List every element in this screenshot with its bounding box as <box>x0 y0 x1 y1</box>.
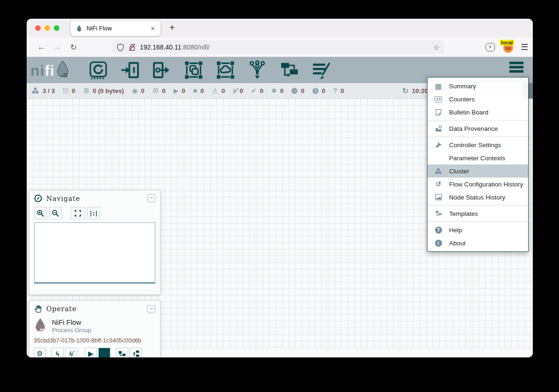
history-icon: ↺ <box>433 180 443 188</box>
menu-item-summary[interactable]: ▦ Summary <box>428 79 528 93</box>
start-button[interactable]: ▶ <box>85 348 97 357</box>
menu-item-bulletin-board[interactable]: Bulletin Board <box>428 106 528 119</box>
browser-menu-icon[interactable]: ☰ <box>521 42 528 52</box>
process-group-icon[interactable] <box>183 60 204 80</box>
profile-button[interactable]: local <box>502 41 515 53</box>
selected-component-name: NiFi Flow <box>52 318 91 326</box>
upload-template-icon <box>132 350 139 357</box>
navigate-panel: Navigate − <box>29 190 160 295</box>
up-to-date-icon: ✔ <box>251 87 257 94</box>
actual-size-icon: |:| <box>90 210 98 217</box>
menu-item-parameter-contexts[interactable]: Parameter Contexts <box>428 151 528 164</box>
forward-icon[interactable]: → <box>54 43 62 52</box>
insecure-lock-icon[interactable] <box>128 43 136 51</box>
bookmark-star-icon[interactable]: ☆ <box>433 43 440 52</box>
zoom-in-button[interactable] <box>34 207 47 219</box>
menu-item-controller-settings[interactable]: Controller Settings <box>428 138 528 151</box>
url-text[interactable]: 192.168.40.11:8080/nifi/ <box>140 43 433 51</box>
running-status: ▶ 0 <box>174 87 185 94</box>
invalid-status: ⚠ 0 <box>212 87 225 94</box>
url-path: :8080/nifi/ <box>181 43 210 51</box>
threads-icon <box>63 88 68 93</box>
locally-modified-count: 0 <box>280 87 284 94</box>
crossed-lightning-icon: ϟ <box>69 350 73 358</box>
output-port-icon[interactable] <box>151 60 173 80</box>
stopped-status: ■ 0 <box>193 87 204 94</box>
operate-title: Operate <box>46 305 147 313</box>
menu-item-help[interactable]: ? Help <box>428 223 528 236</box>
minimize-window-button[interactable] <box>44 25 50 31</box>
browser-titlebar: NiFi Flow × + <box>27 19 533 37</box>
up-to-date-count: 0 <box>260 87 264 94</box>
browser-window: NiFi Flow × + ← → ↻ 192.168.40.11:8080/n… <box>27 19 533 357</box>
url-host: 192.168.40.11 <box>140 43 181 51</box>
operate-collapse-button[interactable]: − <box>147 305 155 313</box>
logo-text-fi: fi <box>44 62 55 79</box>
not-transmitting-icon: ⊘ <box>152 87 159 94</box>
maximize-window-button[interactable] <box>54 25 59 31</box>
queued-status: ≣ 0 (0 bytes) <box>83 87 124 94</box>
new-tab-button[interactable]: + <box>169 22 175 33</box>
not-transmitting-count: 0 <box>162 87 166 94</box>
queued-count: 0 (0 bytes) <box>93 87 124 94</box>
disable-button[interactable]: ϟ <box>65 348 77 357</box>
menu-separator <box>428 136 528 137</box>
input-port-icon[interactable] <box>119 60 141 80</box>
counters-icon: 23 <box>435 96 442 102</box>
label-icon[interactable] <box>310 60 332 80</box>
menu-item-data-provenance[interactable]: Data Provenance <box>428 122 528 135</box>
birdseye-minimap[interactable] <box>34 222 155 284</box>
close-window-button[interactable] <box>35 25 41 31</box>
zoom-out-button[interactable] <box>49 207 62 219</box>
process-group-drop-icon <box>34 317 46 334</box>
info-icon: i <box>435 240 442 247</box>
navigate-collapse-button[interactable]: − <box>147 194 155 202</box>
cubes-icon <box>435 168 442 175</box>
nifi-global-menu-button[interactable] <box>509 62 523 74</box>
tab-close-icon[interactable]: × <box>150 24 156 32</box>
configuration-button[interactable]: ⚙ <box>34 348 46 357</box>
reload-icon[interactable]: ↻ <box>70 43 77 52</box>
menu-item-counters[interactable]: 23 Counters <box>428 93 528 106</box>
hand-icon <box>34 305 42 313</box>
menu-item-templates[interactable]: Templates <box>428 207 528 220</box>
url-bar[interactable]: 192.168.40.11:8080/nifi/ ☆ <box>112 40 444 54</box>
running-count: 0 <box>181 87 185 94</box>
save-template-button[interactable] <box>116 348 128 357</box>
provenance-icon <box>435 125 442 132</box>
enable-button[interactable]: ϟ <box>51 348 64 357</box>
menu-item-cluster[interactable]: Cluster <box>428 164 528 178</box>
not-transmitting-status: ⊘ 0 <box>152 87 166 94</box>
menu-item-about[interactable]: i About <box>428 236 528 249</box>
fit-to-screen-button[interactable] <box>71 207 85 219</box>
upload-template-button[interactable] <box>130 348 142 357</box>
stop-button[interactable] <box>98 348 110 357</box>
running-icon: ▶ <box>174 87 179 94</box>
templates-icon <box>435 210 442 217</box>
template-icon[interactable] <box>278 60 300 80</box>
browser-tab[interactable]: NiFi Flow × <box>71 21 160 36</box>
menu-item-flow-configuration-history[interactable]: ↺ Flow Configuration History <box>428 178 528 191</box>
browser-navbar: ← → ↻ 192.168.40.11:8080/nifi/ ☆ ∨ local… <box>27 37 533 57</box>
zoom-out-icon <box>51 209 59 217</box>
stale-icon: ↑ <box>291 88 298 94</box>
disabled-icon: ϟ <box>233 87 236 94</box>
wrench-icon <box>435 142 442 149</box>
disabled-count: 0 <box>240 87 243 94</box>
refresh-icon[interactable]: ↻ <box>402 87 408 95</box>
remote-process-group-icon[interactable] <box>215 60 236 80</box>
shield-icon[interactable] <box>117 43 124 51</box>
disabled-status: ϟ 0 <box>233 87 243 94</box>
actual-size-button[interactable]: |:| <box>87 207 100 219</box>
pocket-icon[interactable]: ∨ <box>486 43 495 51</box>
fit-icon <box>74 209 82 217</box>
funnel-icon[interactable] <box>247 60 268 80</box>
sync-failure-icon: ? <box>333 87 337 94</box>
component-id: 35cbd3b7-017b-1000-8bff-1c3405c00d6b <box>29 334 160 344</box>
processor-icon[interactable] <box>87 60 109 80</box>
menu-separator <box>428 205 528 206</box>
menu-item-node-status-history[interactable]: Node Status History <box>428 191 528 204</box>
stopped-icon: ■ <box>193 87 197 94</box>
back-icon[interactable]: ← <box>37 43 45 52</box>
operate-panel: Operate − NiFi Flow Process Group 35cbd3… <box>29 300 160 357</box>
